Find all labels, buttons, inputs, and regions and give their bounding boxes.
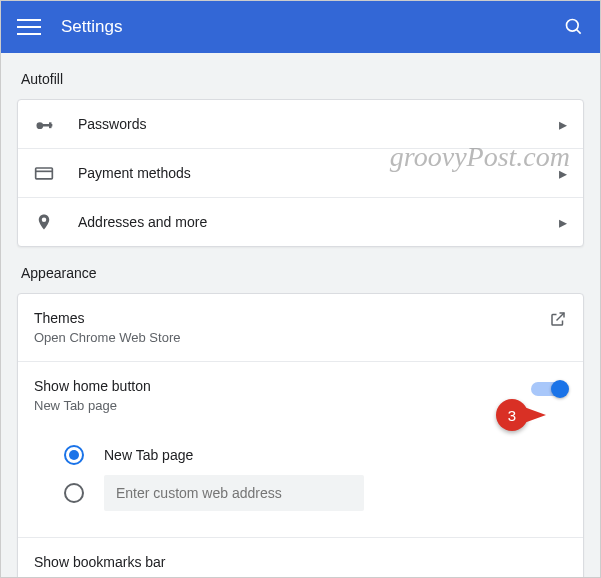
custom-url-input[interactable]: [104, 475, 364, 511]
home-button-sub: New Tab page: [34, 398, 531, 413]
section-title-autofill: Autofill: [17, 53, 584, 99]
open-external-icon[interactable]: [549, 310, 567, 328]
svg-rect-4: [49, 122, 52, 128]
appearance-themes[interactable]: Themes Open Chrome Web Store: [18, 294, 583, 362]
app-title: Settings: [61, 17, 122, 37]
home-button-toggle[interactable]: [531, 382, 567, 396]
location-icon: [34, 212, 54, 232]
autofill-card: Passwords ▸ Payment methods ▸ Addresses …: [17, 99, 584, 247]
svg-line-1: [577, 30, 581, 34]
radio-icon[interactable]: [64, 483, 84, 503]
themes-title: Themes: [34, 310, 549, 326]
row-label: Payment methods: [78, 165, 559, 181]
chevron-right-icon: ▸: [559, 213, 567, 232]
radio-label: New Tab page: [104, 447, 193, 463]
home-option-newtab[interactable]: New Tab page: [64, 445, 567, 465]
svg-point-2: [37, 122, 44, 129]
search-icon[interactable]: [564, 17, 584, 37]
autofill-payment[interactable]: Payment methods ▸: [18, 149, 583, 198]
home-button-title: Show home button: [34, 378, 531, 394]
autofill-passwords[interactable]: Passwords ▸: [18, 100, 583, 149]
chevron-right-icon: ▸: [559, 115, 567, 134]
section-title-appearance: Appearance: [17, 247, 584, 293]
row-label: Passwords: [78, 116, 559, 132]
credit-card-icon: [34, 163, 54, 183]
svg-rect-5: [36, 168, 53, 179]
autofill-addresses[interactable]: Addresses and more ▸: [18, 198, 583, 246]
bookmarks-bar-title: Show bookmarks bar: [34, 554, 567, 570]
menu-icon[interactable]: [17, 15, 41, 39]
home-option-custom[interactable]: [64, 475, 567, 511]
home-button-options: New Tab page: [18, 429, 583, 538]
appearance-card: Themes Open Chrome Web Store Show home b…: [17, 293, 584, 577]
chevron-right-icon: ▸: [559, 164, 567, 183]
toggle-knob: [551, 380, 569, 398]
radio-icon[interactable]: [64, 445, 84, 465]
key-icon: [34, 114, 54, 134]
appearance-bookmarks-bar[interactable]: Show bookmarks bar: [18, 538, 583, 577]
app-header: Settings: [1, 1, 600, 53]
custom-url-input-wrap: [104, 475, 364, 511]
settings-content: Autofill Passwords ▸ Payment methods ▸ A…: [1, 53, 600, 577]
themes-sub: Open Chrome Web Store: [34, 330, 549, 345]
svg-point-0: [567, 20, 579, 32]
appearance-home-button: Show home button New Tab page: [18, 362, 583, 429]
row-label: Addresses and more: [78, 214, 559, 230]
